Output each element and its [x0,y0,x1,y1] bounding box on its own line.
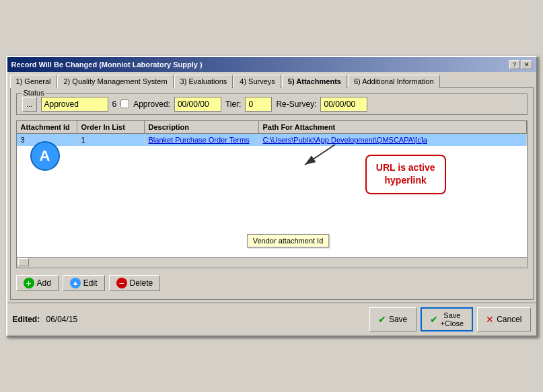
browse-button[interactable]: ... [22,97,37,112]
save-close-check-icon: ✔ [430,314,438,325]
tab-attachments[interactable]: 5) Attachments [282,75,347,89]
tab-additional[interactable]: 6) Additional Information [348,75,440,88]
attachment-icon: A [30,141,60,171]
action-buttons: ✔ Save ✔ Save +Close ✕ Cancel [369,307,531,331]
horizontal-scrollbar[interactable] [17,257,527,268]
tab-general[interactable]: 1) General [10,75,57,88]
title-bar: Record Will Be Changed (Monniot Laborato… [7,57,536,72]
tab-bar: 1) General 2) Quality Management System … [10,75,534,88]
bottom-bar: Edited: 06/04/15 ✔ Save ✔ Save +Close ✕ … [7,303,536,336]
cell-description[interactable]: Blanket Purchase Order Terms [145,134,259,146]
status-row: ... Approved 6 Approved: Tier: Re-Survey… [22,97,521,112]
table-header: Attachment Id Order In List Description … [17,121,527,134]
content-area: 1) General 2) Quality Management System … [7,72,536,303]
cell-order: 1 [77,134,145,146]
edit-button[interactable]: ▲ Edit [63,275,105,291]
col-description: Description [145,121,259,133]
col-attachment-id: Attachment Id [17,121,77,133]
delete-icon: − [116,278,127,288]
tooltip: Vendor attachment Id [247,234,330,247]
col-path: Path For Attachment [259,121,527,133]
save-check-icon: ✔ [378,314,386,325]
add-button[interactable]: + Add [16,275,59,291]
window-title: Record Will Be Changed (Monniot Laborato… [11,61,203,69]
edited-info: Edited: 06/04/15 [13,315,78,324]
count-value: 6 [112,100,117,109]
resurvey-date[interactable] [320,97,367,112]
status-value: Approved [41,97,108,112]
tab-qms[interactable]: 2) Quality Management System [57,75,173,88]
cancel-label: Cancel [497,315,521,324]
attachments-table: Attachment Id Order In List Description … [16,120,528,268]
delete-button[interactable]: − Delete [109,275,161,291]
help-button[interactable]: ? [509,60,520,69]
record-toolbar: + Add ▲ Edit − Delete [16,272,528,294]
approved-checkbox[interactable] [120,100,129,108]
approved-date[interactable] [174,97,221,112]
table-row[interactable]: 3 1 Blanket Purchase Order Terms C:\User… [17,134,527,146]
close-button[interactable]: ✕ [521,60,532,69]
status-section-label: Status [22,89,46,97]
status-section: Status ... Approved 6 Approved: Tier: Re… [16,93,528,115]
approved-label: Approved: [133,100,170,109]
save-button[interactable]: ✔ Save [369,307,417,331]
scroll-thumb[interactable] [18,258,29,266]
edited-label: Edited: [13,315,40,324]
save-close-label: Save +Close [441,311,464,327]
col-order: Order In List [77,121,145,133]
add-label: Add [37,278,51,288]
add-icon: + [24,278,34,288]
save-label: Save [389,315,407,324]
edit-icon: ▲ [70,278,81,288]
edit-label: Edit [83,278,98,288]
save-close-button[interactable]: ✔ Save +Close [421,307,474,331]
window-controls: ? ✕ [509,60,532,69]
cancel-button[interactable]: ✕ Cancel [477,307,530,331]
cancel-x-icon: ✕ [486,314,494,325]
svg-line-0 [305,145,335,165]
edited-date: 06/04/15 [46,315,78,324]
annotation-arrow [298,141,338,168]
tab-evaluations[interactable]: 3) Evaluations [174,75,233,88]
annotation-bubble: URL is active hyperlink [365,155,446,194]
resurvey-label: Re-Survey: [276,100,316,109]
main-panel: Status ... Approved 6 Approved: Tier: Re… [10,87,534,300]
tier-label: Tier: [225,100,242,109]
main-window: Record Will Be Changed (Monniot Laborato… [6,56,538,337]
delete-label: Delete [130,278,153,288]
tab-surveys[interactable]: 4) Surveys [233,75,281,88]
tier-value[interactable] [245,97,272,112]
